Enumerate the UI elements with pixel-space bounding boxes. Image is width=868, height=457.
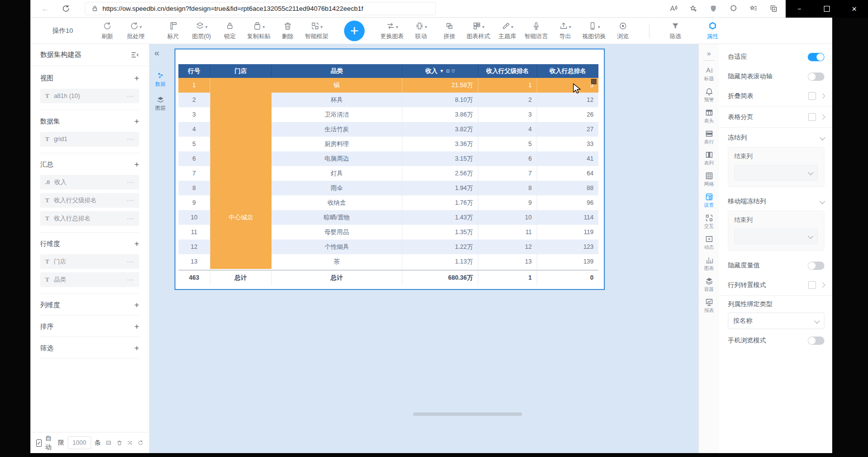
collapse-table-checkbox[interactable] bbox=[808, 92, 816, 100]
field-item[interactable]: T收入行父级排名··· bbox=[40, 193, 139, 208]
chart-style-button[interactable]: ▾图表样式 bbox=[464, 21, 493, 41]
maximize-button[interactable] bbox=[818, 1, 835, 16]
read-aloud-icon[interactable] bbox=[669, 4, 677, 13]
transpose-checkbox[interactable] bbox=[808, 281, 816, 289]
properties-button[interactable]: 属性 bbox=[698, 21, 727, 41]
more-icon[interactable]: ··· bbox=[127, 276, 134, 283]
back-icon[interactable]: ← bbox=[41, 4, 49, 13]
lock-button[interactable]: 锁定 bbox=[216, 21, 244, 41]
field-item[interactable]: Tgrid1··· bbox=[40, 132, 139, 146]
add-chart-button[interactable]: + bbox=[344, 21, 365, 41]
table-row[interactable]: 2杯具8.10万212 bbox=[178, 93, 598, 107]
ruler-button[interactable]: 标尺 bbox=[159, 21, 187, 41]
add-field-button[interactable]: + bbox=[134, 73, 139, 83]
sort-caret-icon[interactable]: ▼ bbox=[440, 69, 444, 73]
prop-freeze-column[interactable]: 冻结列 bbox=[728, 128, 824, 147]
field-item[interactable]: T门店··· bbox=[40, 254, 139, 269]
field-item[interactable]: .0收入··· bbox=[40, 175, 139, 190]
filter-button[interactable]: 筛选 bbox=[661, 21, 690, 41]
layers-button[interactable]: ▾图层(0) bbox=[187, 21, 216, 41]
smart-voice-button[interactable]: 智能语言 bbox=[521, 21, 551, 41]
url-bar[interactable]: https://ow.speedbi.cn/design?fdesign=tru… bbox=[85, 2, 436, 15]
field-item[interactable]: T品类··· bbox=[40, 272, 139, 287]
rail-item-grid[interactable]: 网格 bbox=[704, 171, 714, 188]
collapse-panel-icon[interactable]: » bbox=[707, 49, 711, 57]
field-item[interactable]: Ta81h (10)··· bbox=[40, 89, 139, 103]
table-row[interactable]: 8雨伞1.94万888 bbox=[178, 181, 598, 195]
prop-mobile-freeze[interactable]: 移动端冻结列 bbox=[728, 192, 824, 211]
clear-data-icon[interactable] bbox=[117, 439, 123, 447]
table-row[interactable]: 5厨房料理3.36万533 bbox=[178, 137, 598, 151]
header-revenue[interactable]: 收入 ▼ ⊡ ▽ bbox=[402, 64, 478, 78]
table-row[interactable]: 9收纳盒1.76万996 bbox=[178, 195, 598, 210]
chevron-down-icon[interactable] bbox=[819, 198, 825, 204]
close-button[interactable]: ✕ bbox=[846, 1, 863, 16]
add-field-button[interactable]: + bbox=[134, 117, 139, 126]
limit-input[interactable] bbox=[68, 436, 91, 449]
favorite-add-icon[interactable] bbox=[689, 4, 697, 13]
filter-funnel-icon[interactable]: ▽ bbox=[451, 69, 455, 73]
table-row[interactable]: 7灯具2.56万764 bbox=[178, 166, 598, 181]
bind-type-select[interactable]: 按名称 bbox=[728, 313, 824, 329]
refresh-button[interactable]: 刷新 bbox=[93, 21, 122, 41]
auto-checkbox[interactable]: ✓ bbox=[36, 439, 42, 447]
splice-button[interactable]: 拼接 bbox=[435, 21, 464, 41]
table-row[interactable]: 4生活竹炭3.82万427 bbox=[178, 122, 598, 137]
table-row[interactable]: 13茶1.13万13139 bbox=[178, 254, 598, 269]
delete-button[interactable]: 删除 bbox=[273, 21, 302, 41]
rail-item-dynamic[interactable]: 动态 bbox=[704, 235, 714, 251]
header-store[interactable]: 门店 bbox=[210, 64, 272, 78]
table-row[interactable]: 12个性烟具1.22万12123 bbox=[178, 240, 598, 254]
rail-item-table-head[interactable]: 表头 bbox=[704, 108, 714, 124]
more-icon[interactable]: ··· bbox=[127, 93, 134, 99]
rail-item-alert[interactable]: 预警 bbox=[704, 87, 714, 103]
collapse-list-icon[interactable] bbox=[130, 50, 139, 59]
more-icon[interactable]: ··· bbox=[127, 179, 134, 186]
field-item[interactable]: T收入行总排名··· bbox=[40, 211, 139, 226]
add-field-button[interactable]: + bbox=[134, 300, 139, 310]
more-icon[interactable]: ··· bbox=[127, 215, 134, 222]
table-row[interactable]: 1锅21.58万13 bbox=[178, 78, 598, 93]
rail-item-settings[interactable]: 设置 bbox=[704, 192, 714, 209]
collections-icon[interactable] bbox=[769, 4, 778, 13]
theme-lib-button[interactable]: ▾主题库 bbox=[493, 21, 521, 41]
tab-layer[interactable]: 图层 bbox=[152, 96, 168, 112]
design-canvas[interactable]: « 数据 图层 行号 门店 品类 bbox=[149, 44, 698, 453]
table-widget[interactable]: 行号 门店 品类 收入 ▼ ⊡ ▽ 收入行父级排名 收入行总排名 1锅21.58… bbox=[174, 48, 605, 290]
linkage-button[interactable]: ▾联动 bbox=[407, 21, 435, 41]
header-parent-rank[interactable]: 收入行父级排名 bbox=[478, 64, 537, 78]
end-column-select[interactable] bbox=[734, 165, 818, 181]
smart-frame-button[interactable]: ▾智能框架 bbox=[302, 21, 331, 41]
header-row-number[interactable]: 行号 bbox=[178, 64, 210, 78]
chevron-right-icon[interactable] bbox=[819, 114, 825, 120]
resize-handle[interactable] bbox=[591, 79, 596, 84]
chevron-right-icon[interactable] bbox=[819, 93, 825, 98]
collapse-sidebar-icon[interactable]: « bbox=[154, 48, 159, 58]
rail-item-table-row[interactable]: 表行 bbox=[704, 129, 714, 145]
sql-code-icon[interactable] bbox=[106, 439, 112, 447]
header-total-rank[interactable]: 收入行总排名 bbox=[537, 64, 598, 78]
rail-item-title[interactable]: 标题 bbox=[704, 66, 714, 82]
table-row[interactable]: 3卫浴清洁3.86万326 bbox=[178, 107, 598, 122]
add-field-button[interactable]: + bbox=[134, 322, 139, 332]
add-field-button[interactable]: + bbox=[134, 343, 139, 353]
minimize-button[interactable]: − bbox=[791, 1, 808, 16]
chevron-down-icon[interactable] bbox=[819, 135, 825, 140]
more-icon[interactable]: ··· bbox=[127, 136, 134, 143]
batch-button[interactable]: ▾批处理 bbox=[122, 21, 150, 41]
hide-scrollbar-toggle[interactable] bbox=[808, 72, 824, 81]
hide-measure-toggle[interactable] bbox=[808, 262, 824, 270]
export-button[interactable]: ▾导出 bbox=[551, 21, 579, 41]
reload-data-icon[interactable] bbox=[138, 439, 144, 447]
rail-item-report[interactable]: 报表 bbox=[704, 298, 714, 314]
add-field-button[interactable]: + bbox=[134, 160, 139, 169]
browse-button[interactable]: 浏览 bbox=[609, 21, 637, 41]
shield-icon[interactable] bbox=[709, 4, 718, 13]
table-row[interactable]: 11母婴用品1.35万11119 bbox=[178, 225, 598, 240]
rail-item-interact[interactable]: 交互 bbox=[704, 214, 714, 230]
mobile-browse-toggle[interactable] bbox=[808, 337, 824, 345]
rail-item-table-col[interactable]: 表列 bbox=[704, 150, 714, 167]
table-row[interactable]: 6电脑周边3.15万641 bbox=[178, 151, 598, 166]
tab-data[interactable]: 数据 bbox=[152, 72, 168, 88]
extensions-icon[interactable] bbox=[729, 4, 738, 13]
